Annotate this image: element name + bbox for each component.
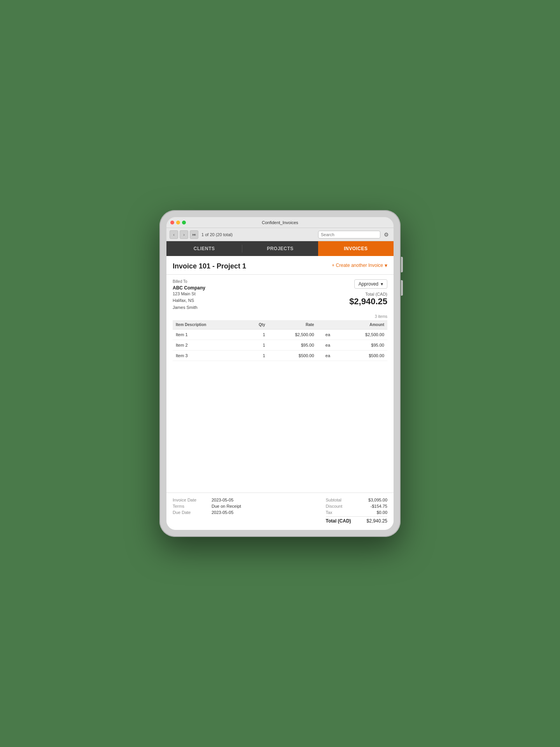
footer-right-row: Subtotal $3,095.00 — [326, 498, 388, 502]
item-description: Item 1 — [173, 330, 244, 340]
app-title: Confident_Invoices — [262, 220, 298, 225]
invoice-header: Invoice 101 - Project 1 + Create another… — [166, 256, 394, 275]
item-unit: ea — [317, 340, 339, 351]
item-rate: $2,500.00 — [268, 330, 317, 340]
footer-summary-label: Subtotal — [326, 498, 341, 502]
status-label: Approved — [359, 281, 378, 287]
maximize-button[interactable] — [182, 221, 186, 224]
invoice-title: Invoice 101 - Project 1 — [173, 262, 246, 270]
chevron-down-icon: ▾ — [385, 262, 387, 268]
main-content: Invoice 101 - Project 1 + Create another… — [166, 256, 394, 530]
footer-summary-label: Total (CAD) — [326, 518, 351, 524]
item-amount: $2,500.00 — [338, 330, 387, 340]
record-counter: 1 of 20 (20 total) — [201, 232, 233, 237]
gear-icon[interactable]: ⚙ — [382, 230, 390, 239]
side-button-bottom[interactable] — [401, 280, 403, 296]
item-description: Item 2 — [173, 340, 244, 351]
billed-to-company: ABC Company — [173, 285, 205, 291]
footer-right-row: Discount -$154.75 — [326, 504, 388, 509]
footer-left-value: 2023-05-05 — [212, 498, 233, 502]
item-unit: ea — [317, 351, 339, 361]
item-unit: ea — [317, 330, 339, 340]
footer-summary-label: Tax — [326, 510, 332, 515]
table-header-row: Item Description Qty Rate Amount — [173, 320, 387, 330]
col-header-qty: Qty — [244, 320, 268, 330]
footer-left-value: Due on Receipt — [212, 504, 241, 509]
billed-to-address-line2: Halifax, NS — [173, 297, 205, 304]
total-label: Total (CAD) $2,940.25 — [349, 292, 387, 307]
footer-right-row: Total (CAD) $2,940.25 — [326, 516, 388, 524]
tab-clients[interactable]: CLIENTS — [166, 241, 242, 256]
footer-summary-value: -$154.75 — [371, 504, 387, 509]
billed-to-address-line1: 123 Main St — [173, 291, 205, 297]
item-qty: 1 — [244, 330, 268, 340]
tab-invoices[interactable]: INVOICES — [318, 241, 394, 256]
items-section: 3 items Item Description Qty Rate Amount… — [166, 314, 394, 361]
content-spacer — [166, 361, 394, 493]
tab-projects[interactable]: PROJECTS — [242, 241, 318, 256]
footer-left: Invoice Date 2023-05-05 Terms Due on Rec… — [173, 498, 241, 525]
footer-summary-label: Discount — [326, 504, 343, 509]
footer-summary-value: $0.00 — [376, 510, 387, 515]
item-description: Item 3 — [173, 351, 244, 361]
close-button[interactable] — [170, 221, 174, 224]
nav-tabs: CLIENTS PROJECTS INVOICES — [166, 241, 394, 256]
invoice-footer: Invoice Date 2023-05-05 Terms Due on Rec… — [166, 493, 394, 530]
forward-button[interactable]: › — [180, 230, 188, 239]
item-qty: 1 — [244, 351, 268, 361]
invoice-body: Billed To ABC Company 123 Main St Halifa… — [166, 275, 394, 314]
footer-left-row: Terms Due on Receipt — [173, 504, 241, 509]
create-another-button[interactable]: + Create another Invoice ▾ — [332, 262, 387, 268]
footer-left-row: Invoice Date 2023-05-05 — [173, 498, 241, 502]
items-count: 3 items — [173, 314, 387, 319]
table-row: Item 1 1 $2,500.00 ea $2,500.00 — [173, 330, 387, 340]
billed-to-section: Billed To ABC Company 123 Main St Halifa… — [173, 279, 205, 310]
footer-summary-value: $3,095.00 — [368, 498, 387, 502]
item-amount: $95.00 — [338, 340, 387, 351]
footer-left-label: Invoice Date — [173, 498, 204, 502]
footer-left-row: Due Date 2023-05-05 — [173, 510, 241, 515]
back-button[interactable]: ‹ — [170, 230, 178, 239]
item-rate: $500.00 — [268, 351, 317, 361]
table-row: Item 2 1 $95.00 ea $95.00 — [173, 340, 387, 351]
col-header-amount: Amount — [338, 320, 387, 330]
footer-right-row: Tax $0.00 — [326, 510, 388, 515]
footer-left-label: Due Date — [173, 510, 204, 515]
toolbar: ‹ › ⏭ 1 of 20 (20 total) ⚙ — [166, 228, 394, 241]
item-rate: $95.00 — [268, 340, 317, 351]
item-amount: $500.00 — [338, 351, 387, 361]
skip-button[interactable]: ⏭ — [190, 230, 198, 239]
tablet-frame: Confident_Invoices ‹ › ⏭ 1 of 20 (20 tot… — [159, 210, 401, 537]
billed-to-contact: James Smith — [173, 305, 205, 310]
col-header-rate: Rate — [268, 320, 317, 330]
footer-summary-value: $2,940.25 — [367, 518, 387, 524]
chevron-down-icon: ▾ — [381, 281, 383, 287]
status-dropdown[interactable]: Approved ▾ — [354, 279, 387, 289]
search-input[interactable] — [318, 231, 380, 238]
footer-left-label: Terms — [173, 504, 204, 509]
footer-left-value: 2023-05-05 — [212, 510, 233, 515]
col-header-description: Item Description — [173, 320, 244, 330]
window-controls — [170, 221, 186, 224]
col-header-unit — [317, 320, 339, 330]
total-amount: $2,940.25 — [349, 296, 387, 307]
footer-right: Subtotal $3,095.00 Discount -$154.75 Tax… — [326, 498, 388, 525]
title-bar: Confident_Invoices — [166, 217, 394, 228]
minimize-button[interactable] — [176, 221, 180, 224]
billed-to-label: Billed To — [173, 279, 205, 284]
items-table: Item Description Qty Rate Amount Item 1 … — [173, 320, 387, 361]
tablet-screen: Confident_Invoices ‹ › ⏭ 1 of 20 (20 tot… — [166, 217, 394, 530]
invoice-right-panel: Approved ▾ Total (CAD) $2,940.25 — [349, 279, 387, 307]
item-qty: 1 — [244, 340, 268, 351]
side-button-top[interactable] — [401, 257, 403, 272]
table-row: Item 3 1 $500.00 ea $500.00 — [173, 351, 387, 361]
